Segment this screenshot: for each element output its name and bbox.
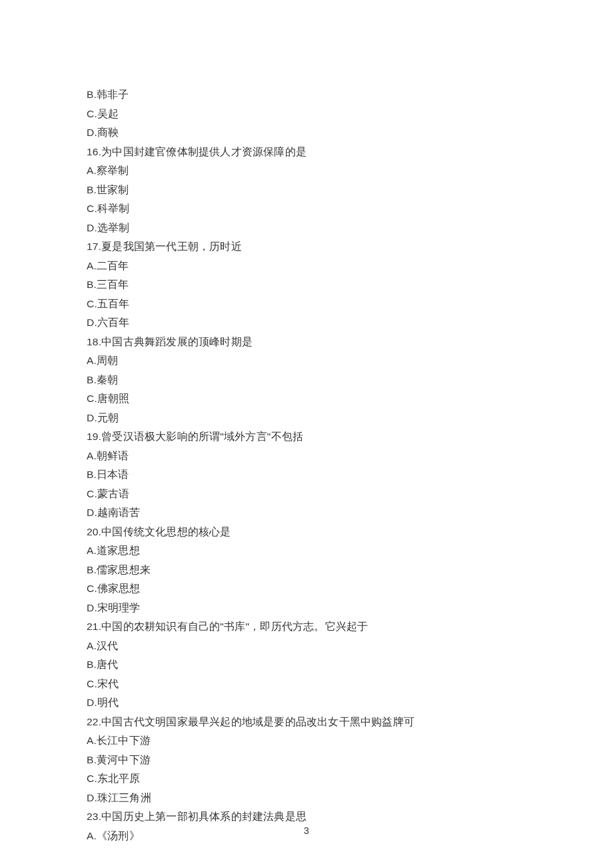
document-body: B.韩非子C.吴起D.商鞅16.为中国封建官僚体制提供人才资源保障的是A.察举制… bbox=[87, 85, 526, 845]
text-line: 20.中国传统文化思想的核心是 bbox=[87, 523, 526, 542]
text-line: D.选举制 bbox=[87, 219, 526, 238]
text-line: D.商鞅 bbox=[87, 123, 526, 143]
text-line: C.蒙古语 bbox=[87, 485, 526, 504]
text-line: 16.为中国封建官僚体制提供人才资源保障的是 bbox=[87, 143, 526, 162]
text-line: C.科举制 bbox=[87, 199, 526, 219]
page-number: 3 bbox=[0, 825, 613, 836]
text-line: 23.中国历史上第一部初具体系的封建法典是思 bbox=[87, 807, 526, 827]
text-line: C.宋代 bbox=[87, 675, 526, 694]
text-line: C.吴起 bbox=[87, 105, 526, 124]
text-line: D.珠江三角洲 bbox=[87, 789, 526, 808]
text-line: A.朝鲜语 bbox=[87, 447, 526, 466]
text-line: A.察举制 bbox=[87, 161, 526, 181]
text-line: D.明代 bbox=[87, 693, 526, 713]
text-line: D.越南语苦 bbox=[87, 503, 526, 523]
text-line: B.日本语 bbox=[87, 465, 526, 485]
text-line: 18.中国古典舞蹈发展的顶峰时期是 bbox=[87, 333, 526, 352]
text-line: D.六百年 bbox=[87, 313, 526, 333]
text-line: A.周朝 bbox=[87, 351, 526, 371]
document-page: B.韩非子C.吴起D.商鞅16.为中国封建官僚体制提供人才资源保障的是A.察举制… bbox=[0, 0, 613, 868]
text-line: B.韩非子 bbox=[87, 85, 526, 105]
text-line: A.二百年 bbox=[87, 257, 526, 276]
text-line: C.佛家思想 bbox=[87, 579, 526, 599]
text-line: D.宋明理学 bbox=[87, 599, 526, 618]
text-line: C.东北平原 bbox=[87, 769, 526, 789]
text-line: 17.夏是我国第一代王朝，历时近 bbox=[87, 237, 526, 257]
text-line: B.黄河中下游 bbox=[87, 751, 526, 770]
text-line: 22.中国古代文明国家最早兴起的地域是要的品改出女干黑中购益牌可 bbox=[87, 713, 526, 732]
text-line: A.汉代 bbox=[87, 637, 526, 656]
text-line: D.元朝 bbox=[87, 409, 526, 428]
text-line: A.长江中下游 bbox=[87, 731, 526, 751]
text-line: C.五百年 bbox=[87, 295, 526, 314]
text-line: A.道家思想 bbox=[87, 541, 526, 561]
text-line: C.唐朝照 bbox=[87, 389, 526, 409]
text-line: B.世家制 bbox=[87, 181, 526, 200]
text-line: B.儒家思想来 bbox=[87, 561, 526, 580]
text-line: B.唐代 bbox=[87, 655, 526, 675]
text-line: 19.曾受汉语极大影响的所谓"域外方言"不包括 bbox=[87, 427, 526, 447]
text-line: B.秦朝 bbox=[87, 371, 526, 390]
text-line: B.三百年 bbox=[87, 275, 526, 295]
text-line: 21.中国的农耕知识有自己的"书库"，即历代方志。它兴起于 bbox=[87, 617, 526, 637]
